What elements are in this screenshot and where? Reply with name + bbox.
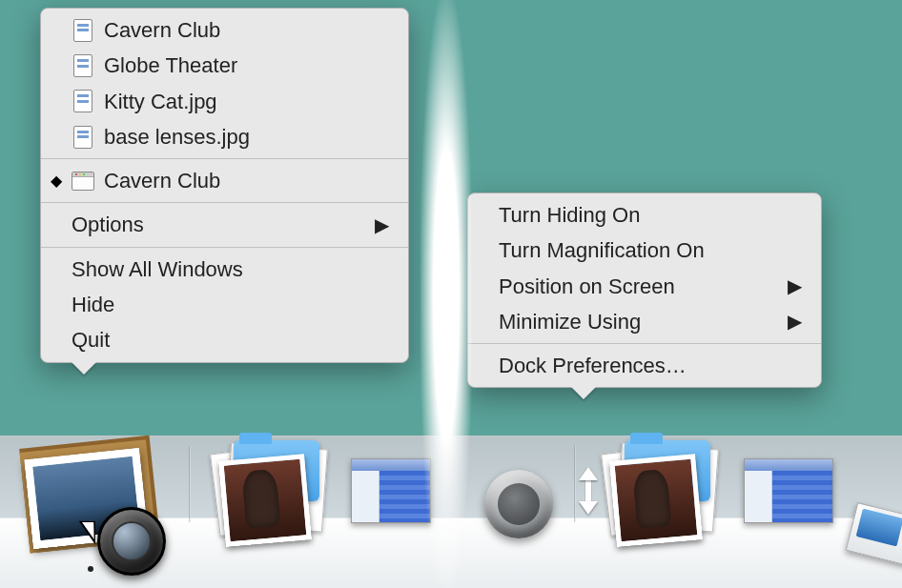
menu-item-label: Globe Theater xyxy=(104,53,389,77)
dock-settings-context-menu: Turn Hiding On Turn Magnification On Pos… xyxy=(467,193,822,388)
dock-app-context-menu: Cavern Club Globe Theater Kitty Cat.jpg … xyxy=(40,8,409,363)
macos-dock-screenshot: Cavern Club Globe Theater Kitty Cat.jpg … xyxy=(0,0,902,588)
menu-item-quit[interactable]: Quit xyxy=(41,322,408,357)
dock-stack-folder[interactable] xyxy=(215,446,338,541)
page-seam xyxy=(420,0,472,588)
menu-separator xyxy=(41,158,408,159)
document-icon xyxy=(72,54,94,77)
submenu-chevron-icon: ▶ xyxy=(788,275,802,297)
menu-item-label: Position on Screen xyxy=(499,274,780,298)
dock-minimized-window[interactable] xyxy=(744,458,833,523)
window-content xyxy=(772,471,832,522)
menu-item-show-all-windows[interactable]: Show All Windows xyxy=(41,252,408,287)
submenu-chevron-icon: ▶ xyxy=(788,311,802,333)
dock-app-generic[interactable] xyxy=(484,470,553,538)
window-sidebar xyxy=(745,471,772,522)
app-running-indicator-icon xyxy=(88,566,93,572)
submenu-chevron-icon: ▶ xyxy=(375,214,389,236)
document-icon xyxy=(72,126,94,149)
dock-stack-folder[interactable] xyxy=(605,446,729,541)
dock-resize-cursor-icon xyxy=(577,467,600,515)
window-icon xyxy=(72,172,94,191)
document-icon xyxy=(72,19,94,42)
menu-item-label: Hide xyxy=(72,293,389,316)
menu-item-label: Cavern Club xyxy=(104,18,389,42)
window-titlebar-icon xyxy=(352,459,430,471)
window-titlebar-icon xyxy=(745,459,832,471)
menu-item-label: Minimize Using xyxy=(499,310,780,334)
menu-item-label: Cavern Club xyxy=(104,169,389,193)
menu-item-minimize-using[interactable]: Minimize Using ▶ xyxy=(468,304,821,339)
menu-item-label: Options xyxy=(72,213,367,236)
menu-item-hide[interactable]: Hide xyxy=(41,287,408,322)
photo-icon xyxy=(609,454,703,547)
menu-item-label: base lenses.jpg xyxy=(104,125,389,149)
photo-icon xyxy=(218,454,312,547)
window-item-cavern-club[interactable]: ◆ Cavern Club xyxy=(41,163,408,198)
menu-item-turn-magnification-on[interactable]: Turn Magnification On xyxy=(468,233,821,268)
dock-divider[interactable] xyxy=(574,446,576,522)
recent-item-globe-theater[interactable]: Globe Theater xyxy=(41,48,408,83)
dock-divider[interactable] xyxy=(189,446,191,522)
menu-item-label: Kitty Cat.jpg xyxy=(104,90,389,113)
window-body xyxy=(745,471,832,522)
window-sidebar xyxy=(352,471,379,522)
recent-item-cavern-club[interactable]: Cavern Club xyxy=(41,12,408,48)
menu-item-label: Show All Windows xyxy=(72,257,389,281)
menu-separator xyxy=(468,343,821,344)
dock-minimized-window[interactable] xyxy=(351,458,431,523)
magnifier-loupe-icon xyxy=(97,507,166,576)
dock-app-preview[interactable] xyxy=(19,442,172,566)
menu-item-label: Dock Preferences… xyxy=(499,354,802,377)
menu-item-label: Quit xyxy=(72,328,389,352)
active-window-indicator-icon: ◆ xyxy=(51,172,62,190)
window-body xyxy=(352,471,430,522)
menu-item-dock-preferences[interactable]: Dock Preferences… xyxy=(468,348,821,383)
menu-item-label: Turn Hiding On xyxy=(499,203,802,227)
menu-item-position-on-screen[interactable]: Position on Screen ▶ xyxy=(468,269,821,304)
menu-separator xyxy=(41,247,408,248)
menu-item-label: Turn Magnification On xyxy=(499,238,802,262)
menu-item-turn-hiding-on[interactable]: Turn Hiding On xyxy=(468,197,821,233)
menu-separator xyxy=(41,202,408,203)
menu-item-options[interactable]: Options ▶ xyxy=(41,207,408,242)
recent-item-kitty-cat[interactable]: Kitty Cat.jpg xyxy=(41,84,408,119)
document-icon xyxy=(72,90,94,112)
recent-item-base-lenses[interactable]: base lenses.jpg xyxy=(41,119,408,154)
